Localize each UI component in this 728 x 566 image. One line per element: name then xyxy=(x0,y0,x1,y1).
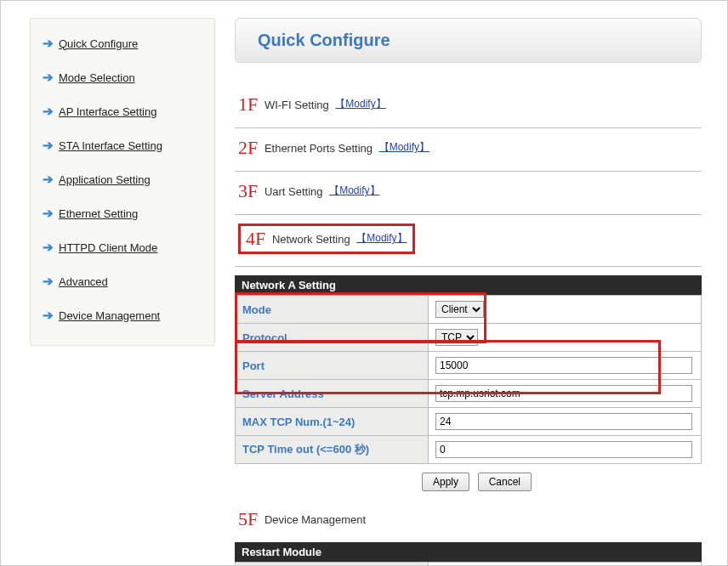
section-label: WI-FI Setting xyxy=(264,99,329,111)
max-tcp-input[interactable] xyxy=(435,413,692,430)
apply-button[interactable]: Apply xyxy=(422,473,469,491)
highlight-box: 4F Network Setting 【Modify】 xyxy=(238,224,415,254)
network-a-block: Network A Setting Mode Client Protocol T… xyxy=(235,275,702,464)
section-label: Uart Setting xyxy=(264,185,323,198)
label-max-tcp: MAX TCP Num.(1~24) xyxy=(236,408,429,436)
network-a-title: Network A Setting xyxy=(235,275,702,295)
sidebar-item-label: Device Management xyxy=(59,309,160,322)
arrow-right-icon: ➔ xyxy=(43,138,54,153)
page-title-bar: Quick Configure xyxy=(235,18,702,63)
step-number: 1F xyxy=(238,93,258,116)
modify-text: Modify xyxy=(367,232,396,244)
network-a-table: Mode Client Protocol TCP xyxy=(235,295,702,464)
sidebar-item-label: HTTPD Client Mode xyxy=(59,241,157,254)
arrow-right-icon: ➔ xyxy=(43,308,54,323)
row-mode: Mode Client xyxy=(236,296,702,324)
sidebar: ➔ Quick Configure ➔ Mode Selection ➔ AP … xyxy=(30,18,215,346)
page-title: Quick Configure xyxy=(258,31,679,50)
row-server-address: Server Address xyxy=(236,380,702,408)
modify-text: Modify xyxy=(345,98,375,110)
section-ethernet-ports: 2F Ethernet Ports Setting 【Modify】 xyxy=(235,128,702,172)
section-label: Ethernet Ports Setting xyxy=(264,142,373,155)
label-protocol: Protocol xyxy=(236,324,429,352)
sidebar-item-application-setting[interactable]: ➔ Application Setting xyxy=(39,165,206,199)
main-content: Quick Configure 1F WI-FI Setting 【Modify… xyxy=(235,18,702,565)
row-max-tcp: MAX TCP Num.(1~24) xyxy=(236,408,702,436)
arrow-right-icon: ➔ xyxy=(43,172,54,187)
arrow-right-icon: ➔ xyxy=(43,104,54,119)
section-uart-setting: 3F Uart Setting 【Modify】 xyxy=(235,172,702,215)
mode-select[interactable]: Client xyxy=(435,301,484,318)
section-label: Device Management xyxy=(264,513,366,526)
modify-link-ethernet[interactable]: 【Modify】 xyxy=(379,141,429,153)
row-tcp-timeout: TCP Time out (<=600 秒) xyxy=(236,436,702,464)
row-restart: Restart Module Restart xyxy=(236,563,702,566)
label-port: Port xyxy=(236,352,429,380)
modify-link-network[interactable]: 【Modify】 xyxy=(356,232,407,244)
sidebar-item-quick-configure[interactable]: ➔ Quick Configure xyxy=(39,29,206,63)
step-number: 4F xyxy=(246,228,265,250)
server-address-input[interactable] xyxy=(435,385,692,402)
sidebar-item-label: Quick Configure xyxy=(59,37,138,50)
arrow-right-icon: ➔ xyxy=(43,70,54,85)
port-input[interactable] xyxy=(435,357,692,374)
sidebar-item-ap-interface[interactable]: ➔ AP Interface Setting xyxy=(39,97,206,131)
arrow-right-icon: ➔ xyxy=(43,206,54,221)
protocol-select[interactable]: TCP xyxy=(435,329,478,346)
label-restart: Restart Module xyxy=(236,563,429,566)
modify-link-wifi[interactable]: 【Modify】 xyxy=(335,98,385,110)
label-server-address: Server Address xyxy=(236,380,429,408)
sidebar-item-mode-selection[interactable]: ➔ Mode Selection xyxy=(39,63,206,97)
section-device-management: 5F Device Management xyxy=(235,500,702,542)
step-number: 2F xyxy=(238,137,258,159)
label-mode: Mode xyxy=(236,296,429,324)
sidebar-item-label: Ethernet Setting xyxy=(59,207,138,220)
sidebar-item-label: Application Setting xyxy=(59,173,151,186)
sidebar-item-label: Advanced xyxy=(59,275,108,288)
sidebar-item-label: Mode Selection xyxy=(59,71,135,84)
modify-link-uart[interactable]: 【Modify】 xyxy=(329,184,379,196)
sidebar-item-httpd-client-mode[interactable]: ➔ HTTPD Client Mode xyxy=(39,233,206,267)
section-label: Network Setting xyxy=(272,233,350,246)
modify-text: Modify xyxy=(339,184,369,196)
modify-text: Modify xyxy=(390,141,419,153)
sidebar-item-label: AP Interface Setting xyxy=(59,105,156,118)
arrow-right-icon: ➔ xyxy=(43,274,54,289)
sidebar-item-advanced[interactable]: ➔ Advanced xyxy=(39,267,206,301)
step-number: 5F xyxy=(238,508,258,530)
section-wifi-setting: 1F WI-FI Setting 【Modify】 xyxy=(235,85,702,128)
cancel-button[interactable]: Cancel xyxy=(478,473,532,491)
restart-block: Restart Module Restart Module Restart xyxy=(235,542,702,565)
arrow-right-icon: ➔ xyxy=(43,36,54,51)
label-tcp-timeout: TCP Time out (<=600 秒) xyxy=(236,436,429,464)
apply-cancel-row: Apply Cancel xyxy=(235,464,702,500)
sidebar-item-ethernet-setting[interactable]: ➔ Ethernet Setting xyxy=(39,199,206,233)
sidebar-item-device-management[interactable]: ➔ Device Management xyxy=(39,301,206,335)
restart-title: Restart Module xyxy=(235,542,702,562)
sidebar-item-sta-interface[interactable]: ➔ STA Interface Setting xyxy=(39,131,206,165)
row-port: Port xyxy=(236,352,702,380)
arrow-right-icon: ➔ xyxy=(43,240,54,255)
sidebar-item-label: STA Interface Setting xyxy=(59,139,162,152)
restart-table: Restart Module Restart xyxy=(235,562,702,565)
step-number: 3F xyxy=(238,180,258,202)
tcp-timeout-input[interactable] xyxy=(435,441,692,458)
section-network-setting: 4F Network Setting 【Modify】 xyxy=(235,215,702,267)
row-protocol: Protocol TCP xyxy=(236,324,702,352)
